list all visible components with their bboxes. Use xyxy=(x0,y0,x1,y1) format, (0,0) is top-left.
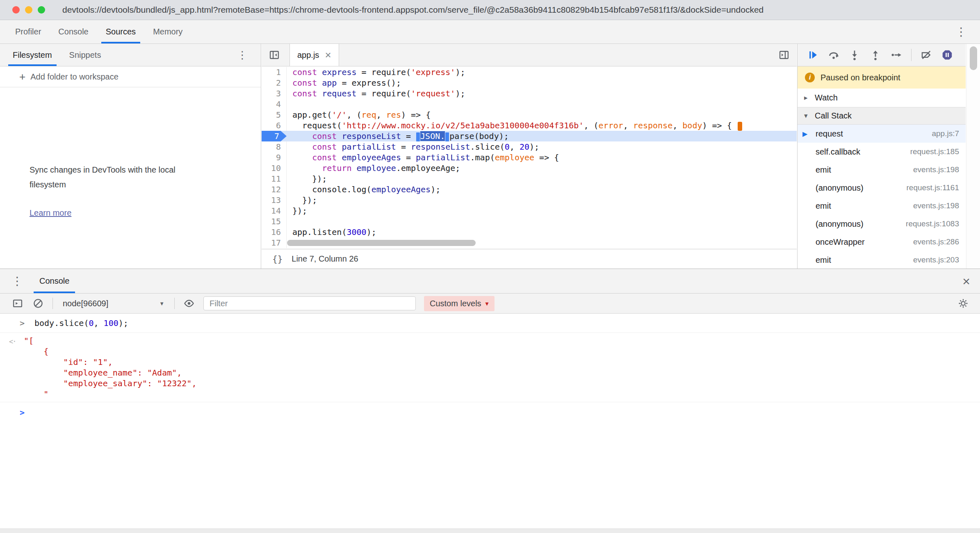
call-stack-frame[interactable]: self.callbackrequest.js:185 xyxy=(798,143,966,161)
close-drawer-icon[interactable]: × xyxy=(962,275,970,287)
code-line-1[interactable]: 1const express = require('express'); xyxy=(262,67,797,77)
line-number-8[interactable]: 8 xyxy=(262,141,287,152)
tab-sources[interactable]: Sources xyxy=(97,20,144,43)
code-token: '/' xyxy=(332,110,346,120)
pause-on-exceptions-button[interactable] xyxy=(941,49,953,61)
main-menu-kebab-icon[interactable]: ⋮ xyxy=(951,25,971,39)
call-stack-frame[interactable]: ▶requestapp.js:7 xyxy=(798,125,966,143)
resume-button[interactable] xyxy=(807,49,819,61)
line-number-13[interactable]: 13 xyxy=(262,195,287,205)
code-line-2[interactable]: 2const app = express(); xyxy=(262,77,797,88)
code-line-12[interactable]: 12 console.log(employeeAges); xyxy=(262,184,797,195)
log-levels-button[interactable]: Custom levels ▾ xyxy=(424,296,495,311)
sidebar-tab-filesystem[interactable]: Filesystem xyxy=(4,44,61,66)
line-number-17[interactable]: 17 xyxy=(262,237,287,248)
code-line-9[interactable]: 9 const employeeAges = partialList.map(e… xyxy=(262,152,797,163)
line-number-16[interactable]: 16 xyxy=(262,227,287,237)
tab-console-drawer[interactable]: Console xyxy=(30,269,79,293)
call-stack-frame[interactable]: emitevents.js:203 xyxy=(798,251,966,269)
plus-icon: + xyxy=(19,73,25,81)
editor-horizontal-scrollbar[interactable] xyxy=(287,240,476,246)
navigator-kebab-icon[interactable]: ⋮ xyxy=(233,49,252,61)
step-button[interactable] xyxy=(890,49,903,61)
sidebar-tab-snippets[interactable]: Snippets xyxy=(61,44,110,66)
minimize-window-button[interactable] xyxy=(25,6,32,14)
code-line-3[interactable]: 3const request = require('request'); xyxy=(262,88,797,99)
line-number-1[interactable]: 1 xyxy=(262,67,287,77)
line-number-3[interactable]: 3 xyxy=(262,88,287,99)
code-line-14[interactable]: 14}); xyxy=(262,205,797,216)
line-number-11[interactable]: 11 xyxy=(262,173,287,184)
drawer-menu-kebab-icon[interactable]: ⋮ xyxy=(7,274,27,288)
add-folder-button[interactable]: + Add folder to workspace xyxy=(0,66,261,87)
window-scrollbar[interactable] xyxy=(966,44,980,269)
clear-console-icon[interactable] xyxy=(32,297,44,310)
zoom-window-button[interactable] xyxy=(38,6,45,14)
code-line-8[interactable]: 8 const partialList = responseList.slice… xyxy=(262,141,797,152)
frame-location: events.js:198 xyxy=(913,201,959,210)
code-line-10[interactable]: 10 return employee.employeeAge; xyxy=(262,163,797,173)
step-over-button[interactable] xyxy=(827,49,840,61)
code-token: request( xyxy=(292,121,342,130)
toggle-debugger-sidebar-icon[interactable] xyxy=(777,48,791,62)
paused-message: Paused on breakpoint xyxy=(820,73,900,82)
call-stack-frame[interactable]: emitevents.js:198 xyxy=(798,161,966,179)
scrollbar-thumb[interactable] xyxy=(970,46,977,70)
code-line-6[interactable]: 6 request('http://www.mocky.io/v2/5e1a9a… xyxy=(262,120,797,131)
learn-more-link[interactable]: Learn more xyxy=(30,208,71,218)
log-levels-label: Custom levels xyxy=(430,299,481,308)
step-out-button[interactable] xyxy=(869,49,882,61)
code-line-4[interactable]: 4 xyxy=(262,99,797,109)
step-into-button[interactable] xyxy=(848,49,861,61)
tab-profiler[interactable]: Profiler xyxy=(7,20,50,43)
call-stack-frame[interactable]: emitevents.js:198 xyxy=(798,197,966,215)
line-number-5[interactable]: 5 xyxy=(262,109,287,120)
editor-tab-appjs[interactable]: app.js × xyxy=(289,44,339,66)
code-token: }); xyxy=(292,195,317,205)
toolbar-separator xyxy=(911,49,912,61)
tab-console[interactable]: Console xyxy=(50,20,97,43)
main-tab-strip: ProfilerConsoleSourcesMemory xyxy=(7,20,191,43)
code-editor[interactable]: 1const express = require('express');2con… xyxy=(262,67,797,249)
call-stack-frame[interactable]: onceWrapperevents.js:286 xyxy=(798,233,966,251)
call-stack-frame[interactable]: (anonymous)request.js:1161 xyxy=(798,179,966,197)
line-number-4[interactable]: 4 xyxy=(262,99,287,109)
code-token: const xyxy=(312,131,337,141)
close-window-button[interactable] xyxy=(12,6,20,14)
code-line-16[interactable]: 16app.listen(3000); xyxy=(262,227,797,237)
code-line-13[interactable]: 13 }); xyxy=(262,195,797,205)
code-line-11[interactable]: 11 }); xyxy=(262,173,797,184)
line-number-6[interactable]: 6 xyxy=(262,120,287,131)
console-prompt-row[interactable]: > xyxy=(0,402,980,423)
toggle-navigator-icon[interactable] xyxy=(267,48,281,62)
deactivate-breakpoints-button[interactable] xyxy=(920,49,932,61)
code-line-5[interactable]: 5app.get('/', (req, res) => { xyxy=(262,109,797,120)
code-text: }); xyxy=(287,195,797,205)
pretty-print-icon[interactable]: {} xyxy=(272,254,283,264)
execution-context-selector[interactable]: node[96609] ▼ xyxy=(61,299,166,308)
code-text: app.get('/', (req, res) => { xyxy=(287,109,797,120)
code-line-7[interactable]: 7 const responseList = JSON.parse(body); xyxy=(262,131,797,141)
frame-location: request.js:1083 xyxy=(906,219,959,228)
line-number-10[interactable]: 10 xyxy=(262,163,287,173)
line-number-2[interactable]: 2 xyxy=(262,77,287,88)
line-number-14[interactable]: 14 xyxy=(262,205,287,216)
live-expression-eye-icon[interactable] xyxy=(183,297,195,310)
code-line-15[interactable]: 15 xyxy=(262,216,797,227)
line-number-9[interactable]: 9 xyxy=(262,152,287,163)
code-token: = xyxy=(401,153,416,162)
line-number-15[interactable]: 15 xyxy=(262,216,287,227)
code-token: , xyxy=(672,121,682,130)
close-tab-icon[interactable]: × xyxy=(325,51,331,59)
call-stack-frame[interactable]: (anonymous)request.js:1083 xyxy=(798,215,966,233)
settings-gear-icon[interactable] xyxy=(957,297,969,310)
frame-function-name: emit xyxy=(816,165,913,175)
console-sidebar-toggle-icon[interactable] xyxy=(11,297,24,310)
console-input[interactable] xyxy=(34,407,980,418)
console-filter-input[interactable] xyxy=(203,296,416,310)
line-number-7[interactable]: 7 xyxy=(262,131,287,141)
tab-memory[interactable]: Memory xyxy=(144,20,191,43)
line-number-12[interactable]: 12 xyxy=(262,184,287,195)
call-stack-section-header[interactable]: ▾ Call Stack xyxy=(798,107,966,125)
watch-section-header[interactable]: ▸ Watch xyxy=(798,89,966,107)
